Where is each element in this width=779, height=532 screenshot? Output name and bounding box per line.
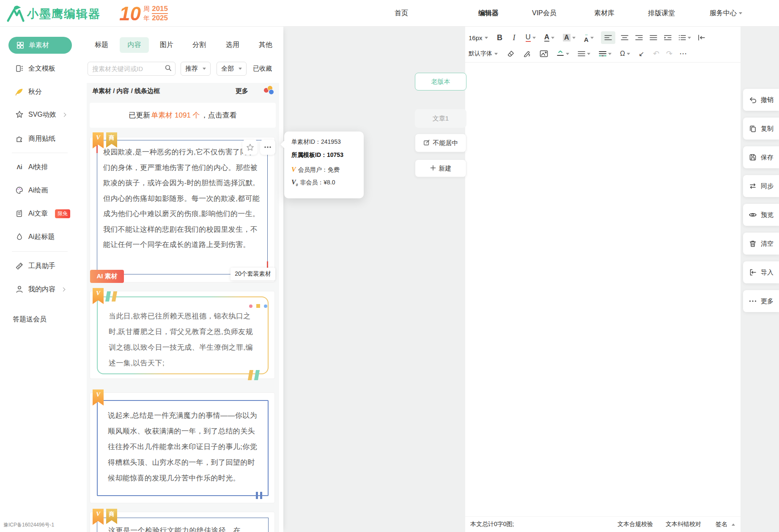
tab-other[interactable]: 其他 [255, 37, 276, 53]
new-article-button[interactable]: 新建 [415, 159, 466, 177]
sidebar-item-my-content[interactable]: 我的内容 [15, 281, 65, 298]
ai-material-badge[interactable]: AI 素材 [90, 270, 124, 283]
tab-divider[interactable]: 分割 [189, 37, 209, 53]
nav-typesetting-class[interactable]: 排版课堂 [648, 0, 675, 27]
compliance-check-link[interactable]: 文本合规校验 [617, 521, 653, 528]
tab-image[interactable]: 图片 [156, 37, 177, 53]
letter-spacing-button[interactable]: ↔A [583, 31, 595, 44]
material-card[interactable]: V 商 校园欺凌,是一种恶劣的行为,它不仅伤害了同学们的身体，更严重地伤害了他们… [90, 137, 275, 282]
brand-name[interactable]: 小墨鹰编辑器 [27, 6, 101, 22]
old-version-button[interactable]: 老版本 [415, 73, 466, 90]
corner-arrow-icon[interactable]: ↙ [637, 47, 646, 60]
undo-button[interactable]: 撤销 [743, 89, 779, 111]
tab-content[interactable]: 内容 [120, 37, 149, 53]
color-filter-icon[interactable] [263, 85, 274, 96]
proofread-check-link[interactable]: 文本纠错校对 [666, 521, 701, 528]
filter-all-select[interactable]: 全部 [217, 62, 247, 76]
tab-selected[interactable]: 选用 [222, 37, 243, 53]
toolbar-more-icon[interactable]: ⋯ [678, 47, 688, 60]
editor-toolbar: 16px B I U A A ↔A [465, 27, 741, 63]
nav-home[interactable]: 首页 [395, 0, 408, 27]
chevron-down-icon [739, 12, 742, 14]
decorative-dots [249, 304, 267, 308]
brand-logo-icon[interactable] [6, 4, 25, 23]
line-height-button[interactable] [576, 47, 592, 60]
search-icon[interactable] [165, 64, 172, 73]
sidebar-item-single-material[interactable]: 单素材 [8, 37, 72, 54]
grid-icon [16, 41, 25, 49]
chevron-down-icon [590, 37, 594, 39]
material-card[interactable]: V 商 这更是一个检验行文能力的绝佳途径，在 [90, 512, 275, 532]
clear-format-icon[interactable] [505, 47, 516, 60]
nav-editor[interactable]: 编辑器 [478, 0, 499, 27]
special-char-button[interactable]: Ω [619, 47, 631, 60]
favorite-star-button[interactable] [242, 140, 258, 155]
card-content-frame: 这更是一个检验行文能力的绝佳途径，在 [97, 518, 269, 532]
format-painter-icon[interactable] [522, 47, 532, 60]
article-tab-2[interactable]: 不能居中 [415, 134, 466, 152]
char-scale-button[interactable] [555, 47, 571, 60]
plus-icon [430, 165, 436, 172]
chevron-up-icon [732, 524, 735, 526]
chevron-down-icon [566, 53, 569, 55]
preview-button[interactable]: 预览 [743, 204, 779, 226]
undo-icon[interactable]: ↶ [652, 47, 661, 60]
sidebar-item-ai-layout[interactable]: Λi Ai快排 [15, 159, 48, 176]
import-button[interactable]: 导入 [743, 261, 779, 283]
bundle-count-label[interactable]: 20个套装素材 [230, 268, 275, 280]
nav-vip[interactable]: VIP会员 [532, 0, 557, 27]
material-card[interactable]: V 说起来,总结是一件充满魔力的事情——你以为顺风顺水、收获满满的一年，到了总结… [90, 392, 275, 503]
sidebar-item-autumn[interactable]: 秋分 [15, 83, 42, 100]
tab-title[interactable]: 标题 [91, 37, 112, 53]
redo-icon[interactable]: ↷ [665, 47, 674, 60]
material-card[interactable]: V 当此日,欲将已往所赖天恩祖德，锦衣纨口之时,跃甘餍肥之日，背父兄教育之恩,负… [90, 291, 275, 379]
highlight-color-button[interactable]: A [562, 31, 577, 44]
copy-button[interactable]: 复制 [743, 118, 779, 140]
insert-image-icon[interactable] [538, 47, 549, 60]
list-button[interactable] [677, 31, 692, 44]
align-left-button[interactable] [601, 31, 615, 44]
search-input[interactable] [91, 65, 165, 73]
editor-canvas[interactable] [465, 63, 741, 516]
nonmember-price: V0非会员：¥8.0 [291, 178, 357, 189]
italic-button[interactable]: I [510, 31, 518, 44]
font-size-select[interactable]: 16px [469, 31, 488, 44]
breadcrumb[interactable]: 单素材 / 内容 / 线条边框 [92, 87, 160, 95]
sidebar-item-full-template[interactable]: 全文模板 [15, 60, 55, 77]
article-tab-1[interactable]: 文章1 [415, 109, 466, 128]
update-notice[interactable]: 已更新单素材 1091 个，点击查看 [90, 103, 276, 128]
filter-recommend-select[interactable]: 推荐 [181, 62, 211, 76]
bold-button[interactable]: B [496, 31, 504, 44]
sidebar-item-commercial-sticker[interactable]: 商用贴纸 [15, 130, 55, 147]
sidebar-item-ai-title[interactable]: Ai起标题 [15, 228, 55, 245]
chevron-down-icon [485, 37, 488, 39]
ai-icon: Λi [15, 163, 24, 171]
save-button[interactable]: 保存 [743, 146, 779, 168]
font-family-select[interactable]: 默认字体 [469, 47, 498, 60]
align-justify-button[interactable] [648, 31, 658, 44]
sync-button[interactable]: 同步 [743, 175, 779, 197]
quiz-membership-link[interactable]: 答题送会员 [13, 315, 47, 324]
nav-service-center[interactable]: 服务中心 [710, 0, 742, 27]
card-content-frame: 校园欺凌,是一种恶劣的行为,它不仅伤害了同学们的身体，更严重地伤害了他们的内心。… [97, 140, 268, 274]
signature-toggle[interactable]: 签名 [716, 521, 735, 528]
indent-button[interactable] [663, 31, 673, 44]
sidebar-item-tool-assistant[interactable]: 工具助手 [15, 258, 55, 274]
paragraph-spacing-button[interactable] [598, 47, 613, 60]
anniversary-nian: 年 [143, 14, 150, 22]
outdent-left-button[interactable] [697, 31, 707, 44]
more-tools-button[interactable]: 更多 [743, 290, 779, 312]
sidebar-item-ai-article[interactable]: Ai文章 限免 [15, 205, 70, 222]
more-options-button[interactable] [260, 140, 275, 155]
align-right-button[interactable] [634, 31, 644, 44]
underline-button[interactable]: U [524, 31, 537, 44]
collected-link[interactable]: 已收藏 [253, 65, 272, 73]
font-color-button[interactable]: A [543, 31, 556, 44]
align-center-button[interactable] [620, 31, 630, 44]
sidebar-item-label: Ai快排 [28, 163, 48, 172]
nav-material-library[interactable]: 素材库 [594, 0, 614, 27]
clear-button[interactable]: 清空 [743, 233, 779, 255]
sidebar-item-svg-animation[interactable]: s SVG动效 [15, 106, 66, 123]
sidebar-item-ai-painting[interactable]: Ai绘画 [15, 182, 48, 199]
more-link[interactable]: 更多 [236, 87, 248, 95]
